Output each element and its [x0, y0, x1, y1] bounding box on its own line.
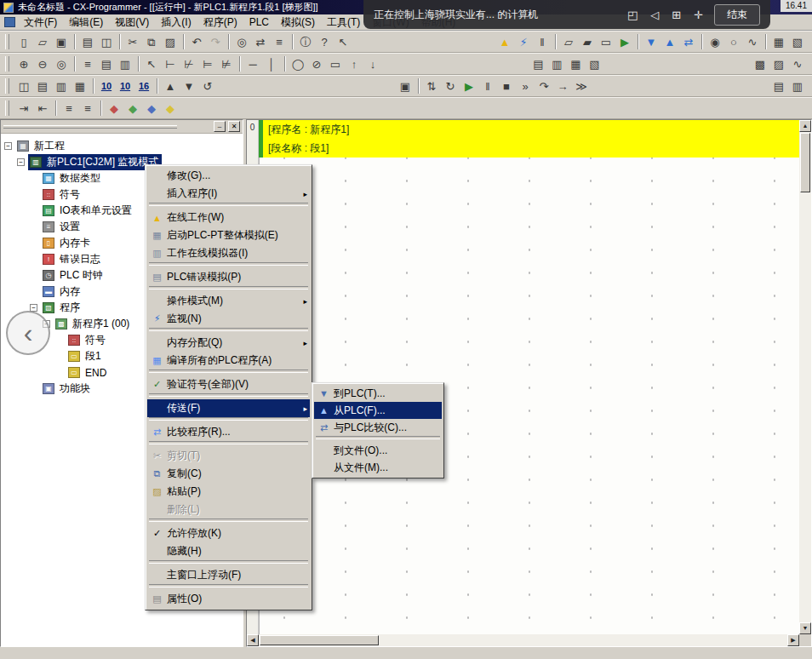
skip-end-icon[interactable]: ≫: [572, 77, 591, 95]
pause-icon[interactable]: ‖: [478, 77, 497, 95]
menu-item[interactable]: 插入(I): [155, 14, 197, 30]
ctx-operating-mode[interactable]: 操作模式(M) ▸: [147, 292, 310, 310]
help-window-icon[interactable]: ▤: [769, 77, 788, 95]
ctx-copy[interactable]: ⧉ 复制(C): [147, 465, 310, 483]
cross-reference-icon[interactable]: ▦: [567, 54, 586, 73]
mark-blue-icon[interactable]: ◆: [142, 99, 161, 117]
decrease-indent-icon[interactable]: ⇤: [33, 99, 52, 117]
program-mode-icon[interactable]: ▱: [559, 32, 578, 51]
ctx-work-online[interactable]: ▲ 在线工作(W): [147, 209, 310, 226]
ctx-modify[interactable]: 修改(G)...: [147, 167, 310, 185]
memory-view-icon[interactable]: ▨: [769, 54, 788, 73]
ctx-hide[interactable]: 隐藏(H): [147, 542, 310, 560]
tree-item-new-project[interactable]: − ▦ 新工程: [1, 138, 243, 154]
ctx-delete[interactable]: 删除(L): [147, 501, 310, 519]
new-instruction-icon[interactable]: ▭: [326, 54, 345, 73]
online-edit-icon[interactable]: ▣: [396, 77, 415, 95]
print-preview-icon[interactable]: ◫: [97, 32, 116, 51]
info-window-icon[interactable]: ▥: [788, 77, 807, 95]
transfer-from-plc-icon[interactable]: ▲: [660, 32, 679, 51]
ctx-transfer[interactable]: 传送(F) ▸: [147, 399, 310, 417]
font-size-10-icon[interactable]: 10: [97, 77, 116, 95]
new-closed-contact-icon[interactable]: ⊬: [180, 54, 198, 73]
about-icon[interactable]: ⓘ: [296, 32, 315, 51]
step-icon[interactable]: »: [516, 77, 535, 95]
menu-item[interactable]: 文件(F): [18, 14, 63, 30]
ctx-monitor[interactable]: ⚡ 监视(N): [147, 310, 310, 328]
cascade-windows-icon[interactable]: ▤: [33, 77, 52, 95]
menu-item[interactable]: 编辑(E): [63, 14, 109, 30]
tile-vertical-icon[interactable]: ▦: [71, 77, 89, 95]
panel-close-button[interactable]: ✕: [228, 121, 240, 132]
tree-item-body[interactable]: ▩ 新程序1 (00): [54, 316, 133, 332]
ctx-insert-program[interactable]: 插入程序(I) ▸: [147, 185, 310, 203]
io-table-icon[interactable]: ▩: [751, 54, 769, 73]
data-trace-icon[interactable]: ∿: [788, 54, 807, 73]
menu-item[interactable]: 工具(T): [321, 14, 366, 30]
open-file-icon[interactable]: ▱: [33, 32, 52, 51]
run-mode-icon[interactable]: ▶: [615, 32, 634, 51]
ctx-transfer-to-plc[interactable]: ▼ 到PLC(T)...: [314, 385, 442, 402]
align-top-icon[interactable]: ≡: [60, 99, 78, 117]
help-icon[interactable]: ?: [315, 32, 334, 51]
work-online-icon[interactable]: ▲: [495, 32, 514, 51]
step-over-icon[interactable]: ↷: [535, 77, 553, 95]
address-reference-icon[interactable]: ▧: [586, 54, 604, 73]
menu-item[interactable]: 程序(P): [197, 14, 243, 30]
new-closed-coil-icon[interactable]: ⊘: [307, 54, 326, 73]
refresh-icon[interactable]: ↺: [198, 77, 217, 95]
tree-item-body[interactable]: ▭ 段1: [66, 348, 105, 364]
increase-indent-icon[interactable]: ⇥: [14, 99, 33, 117]
mdi-child-icon[interactable]: [4, 17, 15, 27]
compare-with-plc-icon[interactable]: ⇄: [679, 32, 698, 51]
tree-item-body[interactable]: ▦ 数据类型: [41, 170, 104, 186]
zoom-in-icon[interactable]: ⊕: [14, 54, 33, 73]
tree-expander-icon[interactable]: −: [17, 158, 25, 166]
context-help-icon[interactable]: ↖: [334, 32, 352, 51]
transfer-to-plc-icon[interactable]: ▼: [642, 32, 660, 51]
horizontal-line-icon[interactable]: ─: [243, 54, 262, 73]
or-closed-contact-icon[interactable]: ⊭: [217, 54, 236, 73]
ctx-compile-all-plc-programs[interactable]: ▦ 编译所有的PLC程序(A): [147, 352, 310, 370]
carousel-prev-button[interactable]: ‹: [6, 311, 50, 355]
tree-item-body[interactable]: :: 符号: [41, 186, 83, 203]
tree-item-body[interactable]: ▧ 程序: [41, 300, 83, 316]
search-icon[interactable]: ≡: [270, 32, 289, 51]
mark-red-icon[interactable]: ◆: [105, 99, 123, 117]
send-changes-icon[interactable]: ⇅: [422, 77, 441, 95]
tree-item-body[interactable]: ▦ 新工程: [15, 138, 68, 154]
mnemonics-view-icon[interactable]: ▥: [116, 54, 134, 73]
comment-icon[interactable]: ▧: [788, 32, 807, 51]
cut-icon[interactable]: ✂: [123, 32, 142, 51]
tree-item-body[interactable]: ▥ 新PLC1[CJ2M] 监视模式: [28, 154, 162, 170]
vertical-line-icon[interactable]: │: [262, 54, 281, 73]
copy-icon[interactable]: ⧉: [142, 32, 161, 51]
menu-item[interactable]: 视图(V): [109, 14, 155, 30]
ctx-start-plc-pt-simulation[interactable]: ▦ 启动PLC-PT整体模拟(E): [147, 226, 310, 244]
ctx-verify-symbols-all[interactable]: ✓ 验证符号(全部)(V): [147, 375, 310, 393]
toolbar-spacer[interactable]: [352, 32, 495, 51]
zoom-fit-icon[interactable]: ◎: [52, 54, 71, 73]
ctx-float-in-main-window[interactable]: 主窗口上浮动(F): [147, 566, 310, 584]
new-coil-icon[interactable]: ◯: [289, 54, 307, 73]
volume-icon[interactable]: ◁: [650, 9, 659, 21]
scroll-right-button[interactable]: ▶: [787, 634, 799, 646]
session-settings-icon[interactable]: ✛: [694, 9, 703, 21]
redo-icon[interactable]: ↷: [206, 32, 225, 51]
ctx-compare-program[interactable]: ⇄ 比较程序(R)...: [147, 423, 310, 441]
ctx-paste[interactable]: ▨ 粘贴(P): [147, 483, 310, 501]
stop-icon[interactable]: ■: [497, 77, 516, 95]
tree-item-body[interactable]: ▭ END: [66, 366, 110, 380]
rung-up-icon[interactable]: ▲: [161, 77, 180, 95]
new-open-contact-icon[interactable]: ⊢: [161, 54, 180, 73]
force-off-icon[interactable]: ○: [724, 32, 743, 51]
ctx-transfer-from-file[interactable]: 从文件(M)...: [314, 459, 442, 476]
horizontal-scroll-thumb[interactable]: [260, 635, 379, 645]
horizontal-scrollbar[interactable]: ◀ ▶: [247, 634, 799, 646]
vertical-scroll-thumb[interactable]: [800, 133, 810, 192]
pause-monitor-icon[interactable]: ‖: [533, 32, 552, 51]
undo-icon[interactable]: ↶: [187, 32, 206, 51]
scroll-left-button[interactable]: ◀: [247, 634, 259, 646]
debug-mode-icon[interactable]: ▰: [578, 32, 597, 51]
cycle-time-icon[interactable]: ↻: [441, 77, 460, 95]
